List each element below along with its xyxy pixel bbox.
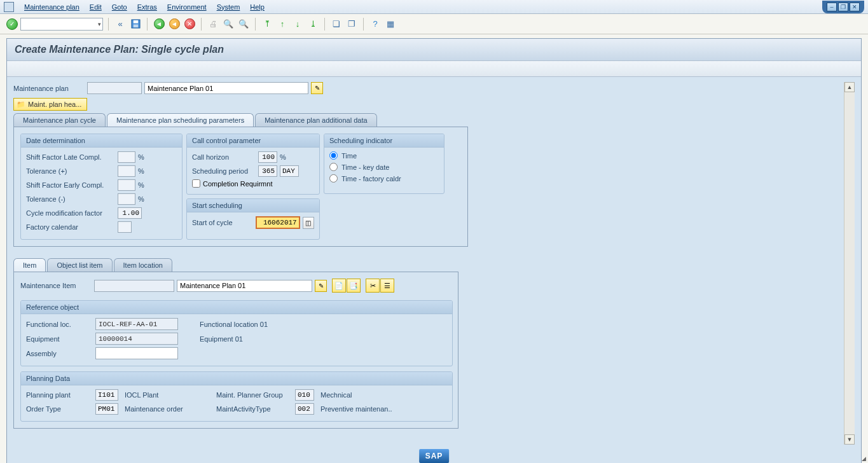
menu-edit[interactable]: Edit — [85, 1, 107, 13]
resize-grip-icon[interactable]: ◢ — [859, 454, 868, 463]
planning-plant-desc: IOCL Plant — [125, 391, 214, 399]
start-cycle-input[interactable] — [256, 216, 300, 229]
tab-scheduling-parameters[interactable]: Maintenance plan scheduling parameters — [107, 113, 254, 127]
tol-minus-label: Tolerance (-) — [26, 195, 115, 203]
planning-data-title: Planning Data — [21, 372, 452, 385]
window-controls: – ❐ ✕ — [822, 1, 864, 13]
completion-req-label: Completion Requirmnt — [203, 180, 272, 188]
shift-early-label: Shift Factor Early Compl. — [26, 181, 115, 189]
activity-type-label: MaintActivityType — [216, 405, 293, 413]
first-page-icon[interactable]: ⤒ — [261, 18, 273, 31]
print-icon: 🖨 — [207, 18, 219, 31]
shift-early-input[interactable] — [118, 179, 135, 191]
radio-time-key[interactable] — [329, 163, 338, 171]
completion-req-checkbox[interactable] — [192, 179, 200, 188]
svg-rect-1 — [133, 20, 138, 24]
planning-plant-label: Planning plant — [26, 391, 93, 399]
planner-group-input[interactable] — [295, 389, 314, 401]
menu-maintenance-plan[interactable]: Maintenance plan — [19, 1, 85, 13]
cancel-icon[interactable]: ✕ — [183, 18, 196, 31]
sched-period-unit-input[interactable] — [280, 165, 299, 177]
maintenance-plan-code-input[interactable] — [87, 82, 142, 94]
tab-maintenance-plan-cycle[interactable]: Maintenance plan cycle — [13, 113, 106, 127]
call-horizon-input[interactable] — [258, 151, 277, 163]
radio-time[interactable] — [329, 151, 338, 160]
scroll-down-icon[interactable]: ▼ — [844, 434, 855, 445]
edit-long-text-icon[interactable]: ✎ — [311, 82, 323, 94]
menu-system[interactable]: System — [212, 1, 245, 13]
select-item-icon[interactable]: ☰ — [380, 279, 394, 293]
planning-plant-input[interactable] — [95, 389, 118, 401]
layout-icon[interactable]: ▦ — [384, 18, 397, 31]
menu-bar: Maintenance plan Edit Goto Extras Enviro… — [0, 0, 868, 14]
start-scheduling-title: Start scheduling — [187, 199, 319, 212]
cycle-mod-input[interactable] — [118, 207, 142, 219]
activity-type-input[interactable] — [295, 403, 314, 415]
enter-icon[interactable]: ✓ — [6, 18, 18, 30]
top-tab-strip: Maintenance plan cycle Maintenance plan … — [13, 113, 468, 127]
exit-icon[interactable]: ◄ — [168, 18, 181, 31]
prev-page-icon[interactable]: ↑ — [276, 18, 289, 31]
assembly-label: Assembly — [26, 350, 93, 357]
equipment-desc: Equipment 01 — [200, 335, 243, 343]
radio-time-label: Time — [341, 152, 357, 160]
back-arrows-icon[interactable]: « — [114, 18, 127, 31]
sched-period-label: Scheduling period — [192, 167, 256, 175]
copy-item-icon[interactable]: 📑 — [347, 279, 361, 293]
save-icon[interactable] — [129, 18, 142, 31]
cycle-mod-label: Cycle modification factor — [26, 209, 115, 217]
func-loc-input[interactable] — [95, 318, 178, 330]
tab-additional-data[interactable]: Maintenance plan additional data — [255, 113, 376, 127]
item-long-text-icon[interactable]: ✎ — [315, 280, 327, 292]
main-panel: Create Maintenance Plan: Single cycle pl… — [6, 38, 862, 463]
maintenance-plan-desc-input[interactable] — [144, 82, 308, 94]
cut-item-icon[interactable]: ✂ — [366, 279, 380, 293]
order-type-desc: Maintenance order — [125, 405, 214, 413]
vertical-scrollbar[interactable]: ▲ ▼ — [844, 82, 855, 445]
help-icon[interactable]: ? — [369, 18, 382, 31]
next-page-icon[interactable]: ↓ — [291, 18, 304, 31]
close-button[interactable]: ✕ — [850, 3, 860, 11]
shift-late-input[interactable] — [118, 151, 135, 163]
menu-environment[interactable]: Environment — [162, 1, 212, 13]
func-loc-desc: Functional location 01 — [200, 321, 268, 328]
tab-item-location[interactable]: Item location — [114, 258, 172, 272]
menu-goto[interactable]: Goto — [107, 1, 132, 13]
radio-time-cal[interactable] — [329, 174, 338, 183]
scroll-up-icon[interactable]: ▲ — [844, 82, 855, 92]
tol-plus-input[interactable] — [118, 165, 135, 177]
order-type-input[interactable] — [95, 403, 118, 415]
last-page-icon[interactable]: ⤓ — [307, 18, 319, 31]
menu-extras[interactable]: Extras — [132, 1, 162, 13]
sched-period-input[interactable] — [258, 165, 277, 177]
shortcut-icon[interactable]: ❐ — [345, 18, 358, 31]
date-picker-icon[interactable]: ◫ — [303, 217, 314, 229]
tab-object-list-item[interactable]: Object list item — [47, 258, 112, 272]
top-tab-body: Date determination Shift Factor Late Com… — [13, 127, 468, 247]
tab-item[interactable]: Item — [13, 258, 46, 272]
command-field[interactable] — [20, 18, 103, 31]
menu-help[interactable]: Help — [245, 1, 270, 13]
folder-icon: 📁 — [17, 100, 25, 109]
factory-cal-input[interactable] — [118, 221, 132, 233]
app-menu-icon[interactable] — [4, 2, 14, 12]
factory-cal-label: Factory calendar — [26, 223, 115, 231]
maintenance-item-code-input[interactable] — [94, 280, 174, 292]
minimize-button[interactable]: – — [827, 3, 837, 11]
new-session-icon[interactable]: ❏ — [330, 18, 343, 31]
reference-object-title: Reference object — [21, 301, 452, 314]
find-next-icon: 🔍 — [237, 18, 250, 31]
order-type-label: Order Type — [26, 405, 93, 413]
title-bar: Create Maintenance Plan: Single cycle pl… — [7, 39, 861, 61]
maximize-button[interactable]: ❐ — [838, 3, 848, 11]
tol-minus-input[interactable] — [118, 193, 135, 205]
maintenance-item-desc-input[interactable] — [177, 280, 312, 292]
maintenance-item-label: Maintenance Item — [20, 282, 92, 289]
assembly-input[interactable] — [95, 347, 178, 359]
planner-group-label: Maint. Planner Group — [216, 391, 293, 399]
equipment-input[interactable] — [95, 333, 178, 345]
maint-plan-header-button[interactable]: 📁 Maint. plan hea... — [13, 98, 87, 111]
create-item-icon[interactable]: 📄 — [332, 279, 346, 293]
back-icon[interactable]: ◄ — [153, 18, 165, 31]
equipment-label: Equipment — [26, 335, 93, 343]
